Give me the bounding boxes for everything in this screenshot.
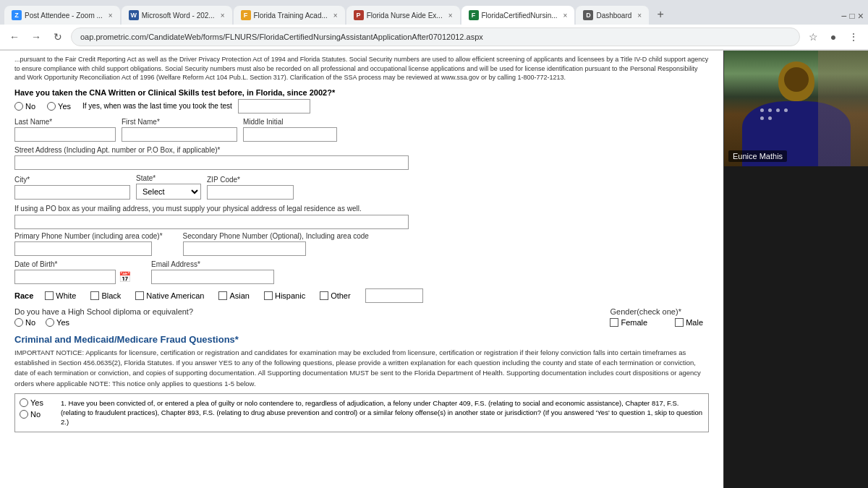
city-input[interactable] bbox=[14, 185, 130, 200]
last-name-label: Last Name* bbox=[14, 118, 116, 126]
reload-button[interactable]: ↻ bbox=[49, 28, 67, 46]
race-label: Race bbox=[14, 291, 33, 300]
cna-last-time-input[interactable] bbox=[238, 99, 310, 114]
middle-initial-input[interactable] bbox=[243, 127, 337, 142]
last-name-input[interactable] bbox=[14, 127, 116, 142]
race-white[interactable]: White bbox=[45, 291, 76, 300]
address-bar[interactable]: oap.prometric.com/CandidateWeb/forms/FLN… bbox=[71, 27, 800, 46]
cna-yes-radio[interactable] bbox=[47, 102, 56, 111]
race-native-american-checkbox[interactable] bbox=[135, 291, 144, 300]
tab-zoom-close[interactable]: × bbox=[109, 12, 113, 20]
race-black[interactable]: Black bbox=[90, 291, 121, 300]
hs-section: Do you have a High School diploma or equ… bbox=[14, 307, 575, 327]
tab-dashboard[interactable]: D Dashboard × bbox=[576, 6, 649, 25]
cna-no-radio[interactable] bbox=[14, 102, 23, 111]
first-name-input[interactable] bbox=[122, 127, 237, 142]
tab-word-label: Microsoft Word - 202... bbox=[142, 12, 215, 20]
bookmark-icon[interactable]: ☆ bbox=[804, 28, 822, 46]
hs-gender-row: Do you have a High School diploma or equ… bbox=[14, 307, 709, 327]
tab-training-close[interactable]: × bbox=[333, 12, 338, 20]
tab-florida-cert[interactable]: F FloridaCertifiedNursin... × bbox=[461, 6, 575, 25]
hs-yes-option[interactable]: Yes bbox=[46, 318, 69, 327]
hs-yes-radio[interactable] bbox=[46, 318, 54, 327]
hs-no-radio[interactable] bbox=[14, 318, 23, 327]
dob-input[interactable] bbox=[14, 270, 116, 284]
browser-chrome: Z Post Attendee - Zoom ... × W Microsoft… bbox=[0, 0, 868, 51]
primary-phone-input[interactable] bbox=[14, 241, 152, 256]
cna-yes-option[interactable]: Yes bbox=[47, 102, 71, 111]
forward-button[interactable]: → bbox=[27, 28, 45, 46]
criminal-q1-no[interactable]: No bbox=[20, 410, 43, 419]
minimize-button[interactable]: − bbox=[841, 10, 846, 22]
race-hispanic[interactable]: Hispanic bbox=[264, 291, 305, 300]
nav-bar: ← → ↻ oap.prometric.com/CandidateWeb/for… bbox=[0, 25, 868, 50]
tab-word[interactable]: W Microsoft Word - 202... × bbox=[122, 6, 232, 25]
race-section: Race White Black Native American bbox=[14, 288, 709, 303]
tab-nurse-aide[interactable]: P Florida Nurse Aide Ex... × bbox=[346, 6, 460, 25]
video-panel: Eunice Mathis bbox=[723, 51, 868, 488]
first-name-group: First Name* bbox=[122, 118, 237, 142]
zip-input[interactable] bbox=[207, 185, 294, 200]
zip-label: ZIP Code* bbox=[207, 176, 294, 184]
gender-label: Gender(check one)* bbox=[610, 307, 681, 316]
tab-bar: Z Post Attendee - Zoom ... × W Microsoft… bbox=[0, 0, 868, 25]
more-options-icon[interactable]: ⋮ bbox=[845, 28, 862, 46]
state-select[interactable]: Select bbox=[136, 184, 201, 200]
criminal-q1-no-label: No bbox=[30, 410, 41, 419]
race-other-input[interactable] bbox=[365, 288, 423, 303]
maximize-button[interactable]: □ bbox=[850, 11, 855, 21]
back-button[interactable]: ← bbox=[6, 28, 23, 46]
phone-row: Primary Phone Number (including area cod… bbox=[14, 232, 709, 256]
criminal-q1-yes-radio[interactable] bbox=[20, 398, 28, 407]
new-tab-button[interactable]: + bbox=[650, 4, 671, 25]
tab-word-close[interactable]: × bbox=[221, 12, 225, 20]
gender-female-checkbox[interactable] bbox=[610, 318, 618, 327]
main-container: ...pursuant to the Fair Credit Reporting… bbox=[0, 51, 868, 488]
tab-training[interactable]: F Florida Training Acad... × bbox=[234, 6, 345, 25]
dob-group: Date of Birth* 📅 bbox=[14, 260, 131, 284]
gender-male-option[interactable]: Male bbox=[675, 318, 703, 327]
race-other[interactable]: Other bbox=[320, 291, 351, 300]
race-native-american[interactable]: Native American bbox=[135, 291, 204, 300]
gender-male-checkbox[interactable] bbox=[675, 318, 684, 327]
tab-dashboard-close[interactable]: × bbox=[637, 12, 642, 20]
race-asian-checkbox[interactable] bbox=[218, 291, 227, 300]
hs-no-option[interactable]: No bbox=[14, 318, 35, 327]
close-window-button[interactable]: × bbox=[858, 10, 864, 22]
tab-florida-cert-close[interactable]: × bbox=[563, 12, 568, 20]
race-hispanic-checkbox[interactable] bbox=[264, 291, 273, 300]
race-other-checkbox[interactable] bbox=[320, 291, 328, 300]
race-asian[interactable]: Asian bbox=[218, 291, 250, 300]
calendar-icon[interactable]: 📅 bbox=[119, 271, 131, 283]
criminal-q1-no-radio[interactable] bbox=[20, 410, 28, 419]
criminal-section-title: Criminal and Medicaid/Medicare Fraud Que… bbox=[14, 334, 709, 345]
secondary-phone-label: Secondary Phone Number (Optional), Inclu… bbox=[183, 232, 369, 240]
criminal-q1-yes[interactable]: Yes bbox=[20, 398, 43, 407]
race-white-checkbox[interactable] bbox=[45, 291, 54, 300]
info-text: ...pursuant to the Fair Credit Reporting… bbox=[14, 51, 709, 82]
gender-female-option[interactable]: Female bbox=[610, 318, 647, 327]
zip-group: ZIP Code* bbox=[207, 176, 294, 200]
email-label: Email Address* bbox=[151, 260, 274, 268]
tab-nurse-aide-close[interactable]: × bbox=[448, 12, 453, 20]
po-box-address-input[interactable] bbox=[14, 215, 409, 229]
cna-no-option[interactable]: No bbox=[14, 102, 35, 111]
tab-nurse-aide-label: Florida Nurse Aide Ex... bbox=[367, 12, 443, 20]
email-input[interactable] bbox=[151, 270, 274, 284]
cna-question-section: Have you taken the CNA Written or Clinic… bbox=[14, 88, 709, 114]
hs-question-label: Do you have a High School diploma or equ… bbox=[14, 307, 193, 316]
tab-dashboard-label: Dashboard bbox=[596, 12, 631, 20]
video-feed: Eunice Mathis bbox=[724, 51, 868, 166]
tab-zoom[interactable]: Z Post Attendee - Zoom ... × bbox=[4, 6, 120, 25]
secondary-phone-input[interactable] bbox=[183, 241, 306, 256]
cna-if-yes-text: If yes, when was the last time you took … bbox=[82, 102, 232, 110]
po-box-section: If using a PO box as your mailing addres… bbox=[14, 204, 709, 229]
cna-yes-label: Yes bbox=[58, 102, 71, 111]
race-black-checkbox[interactable] bbox=[90, 291, 99, 300]
street-address-input[interactable] bbox=[14, 155, 409, 170]
criminal-section: Criminal and Medicaid/Medicare Fraud Que… bbox=[14, 334, 709, 432]
email-group: Email Address* bbox=[151, 260, 274, 284]
profile-icon[interactable]: ● bbox=[825, 28, 842, 46]
gender-male-label: Male bbox=[686, 318, 703, 327]
tab-florida-cert-label: FloridaCertifiedNursin... bbox=[482, 12, 558, 20]
